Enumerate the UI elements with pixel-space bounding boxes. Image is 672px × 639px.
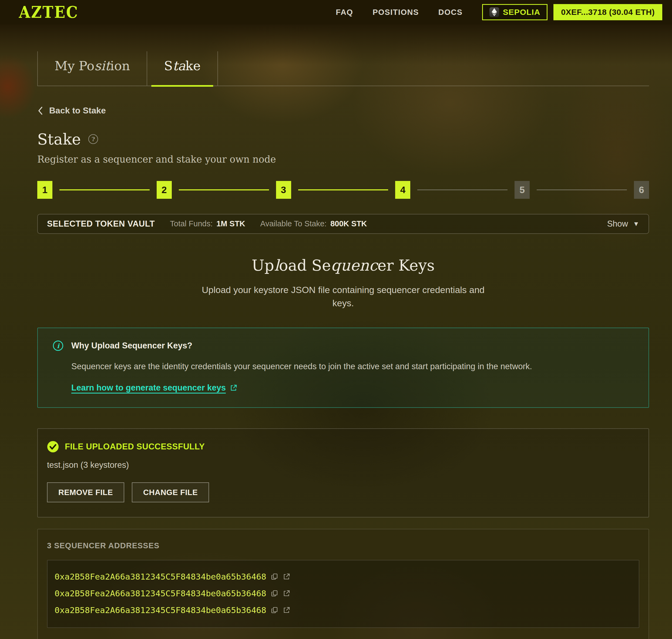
upload-keys-description: Upload your keystore JSON file containin… <box>200 283 486 310</box>
show-label: Show <box>607 219 628 229</box>
uploaded-file-info: test.json (3 keystores) <box>47 460 639 470</box>
change-file-button[interactable]: CHANGE FILE <box>132 482 209 502</box>
wallet-address-button[interactable]: 0XEF...3718 (30.04 ETH) <box>553 4 662 20</box>
total-funds-value: 1M STK <box>216 219 245 228</box>
step-connector <box>537 190 627 190</box>
copy-icon[interactable] <box>271 607 278 613</box>
external-link-icon[interactable] <box>283 607 290 613</box>
step-connector <box>417 190 507 190</box>
main-content: My Position Stake Back to Stake Stake ? … <box>37 51 649 639</box>
nav-docs[interactable]: DOCS <box>438 8 463 17</box>
total-funds-label: Total Funds: <box>170 219 213 228</box>
why-upload-info-box: i Why Upload Sequencer Keys? Sequencer k… <box>37 328 649 408</box>
check-circle-icon <box>47 441 59 453</box>
sequencer-address: 0xa2B58Fea2A66a3812345C5F84834be0a65b364… <box>54 605 266 615</box>
page-subtitle: Register as a sequencer and stake your o… <box>37 154 649 165</box>
generate-keys-link[interactable]: Learn how to generate sequencer keys <box>71 383 237 393</box>
chevron-down-icon: ▼ <box>633 220 639 228</box>
step-progress-indicator: 1 2 3 4 5 6 <box>37 181 649 199</box>
address-list: 0xa2B58Fea2A66a3812345C5F84834be0a65b364… <box>47 560 639 628</box>
sequencer-address: 0xa2B58Fea2A66a3812345C5F84834be0a65b364… <box>54 589 266 598</box>
generate-keys-link-label: Learn how to generate sequencer keys <box>71 383 226 393</box>
back-link-label: Back to Stake <box>49 106 106 115</box>
nav-faq[interactable]: FAQ <box>336 8 353 17</box>
nav-links: FAQ POSITIONS DOCS <box>336 8 463 17</box>
external-link-icon[interactable] <box>283 590 290 597</box>
available-to-stake-label: Available To Stake: <box>260 219 327 228</box>
ethereum-icon <box>489 7 499 17</box>
show-vault-toggle[interactable]: Show ▼ <box>607 219 639 229</box>
page-title: Stake <box>37 130 81 148</box>
step-connector <box>179 189 269 190</box>
step-connector <box>298 189 388 190</box>
network-selector-button[interactable]: SEPOLIA <box>482 4 548 20</box>
back-to-stake-link[interactable]: Back to Stake <box>37 106 106 115</box>
step-connector <box>59 189 150 190</box>
copy-icon[interactable] <box>271 590 278 597</box>
available-to-stake-value: 800K STK <box>330 219 367 228</box>
address-row: 0xa2B58Fea2A66a3812345C5F84834be0a65b364… <box>54 589 632 598</box>
file-upload-status-box: FILE UPLOADED SUCCESSFULLY test.json (3 … <box>37 428 649 517</box>
external-link-icon <box>230 384 237 391</box>
help-icon[interactable]: ? <box>88 134 98 144</box>
step-2: 2 <box>157 181 172 199</box>
upload-status-text: FILE UPLOADED SUCCESSFULLY <box>65 442 205 452</box>
step-3: 3 <box>276 181 291 199</box>
network-label: SEPOLIA <box>503 7 541 17</box>
tab-my-position[interactable]: My Position <box>37 51 147 85</box>
address-row: 0xa2B58Fea2A66a3812345C5F84834be0a65b364… <box>54 572 632 581</box>
sequencer-address: 0xa2B58Fea2A66a3812345C5F84834be0a65b364… <box>54 572 266 581</box>
top-navigation-bar: AZTEC FAQ POSITIONS DOCS SEPOLIA 0XEF...… <box>0 0 672 24</box>
external-link-icon[interactable] <box>283 573 290 580</box>
step-5: 5 <box>515 181 530 199</box>
step-1: 1 <box>37 181 52 199</box>
aztec-logo: AZTEC <box>19 4 79 20</box>
tab-bar: My Position Stake <box>37 51 649 86</box>
info-box-title: Why Upload Sequencer Keys? <box>71 341 192 350</box>
remove-file-button[interactable]: REMOVE FILE <box>47 482 124 502</box>
nav-positions[interactable]: POSITIONS <box>373 8 419 17</box>
tab-stake[interactable]: Stake <box>147 51 218 85</box>
sequencer-addresses-label: 3 SEQUENCER ADDRESSES <box>47 541 639 550</box>
step-4: 4 <box>395 181 410 199</box>
step-6: 6 <box>634 181 649 199</box>
sequencer-addresses-section: 3 SEQUENCER ADDRESSES 0xa2B58Fea2A66a381… <box>37 529 649 639</box>
copy-icon[interactable] <box>271 573 278 580</box>
upload-keys-heading: Upload Sequencer Keys <box>37 256 649 274</box>
info-icon: i <box>53 341 63 351</box>
address-row: 0xa2B58Fea2A66a3812345C5F84834be0a65b364… <box>54 605 632 615</box>
selected-token-vault-bar: SELECTED TOKEN VAULT Total Funds: 1M STK… <box>37 214 649 234</box>
info-box-body: Sequencer keys are the identity credenti… <box>71 361 634 372</box>
vault-title: SELECTED TOKEN VAULT <box>47 219 155 229</box>
chevron-left-icon <box>37 106 43 115</box>
